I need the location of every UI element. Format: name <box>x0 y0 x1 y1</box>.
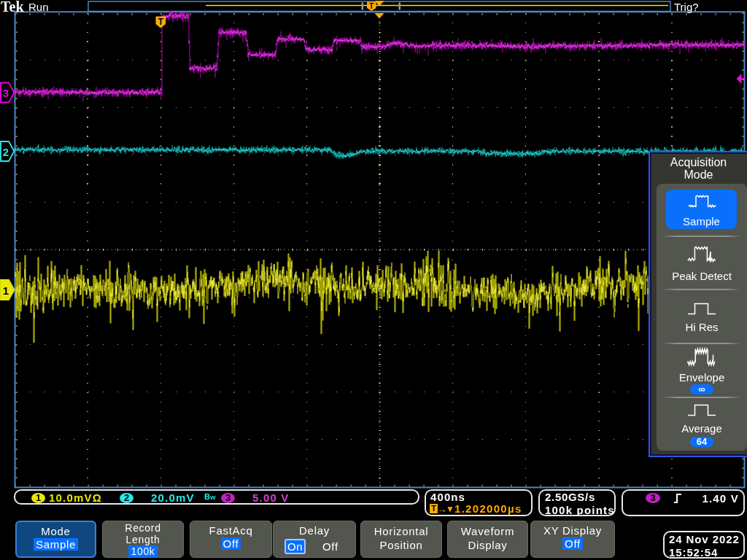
svg-text:1: 1 <box>3 284 9 297</box>
svg-text:T: T <box>158 17 164 27</box>
svg-text:T: T <box>369 2 374 10</box>
svg-text:3: 3 <box>3 87 9 99</box>
svg-text:2: 2 <box>3 146 9 158</box>
